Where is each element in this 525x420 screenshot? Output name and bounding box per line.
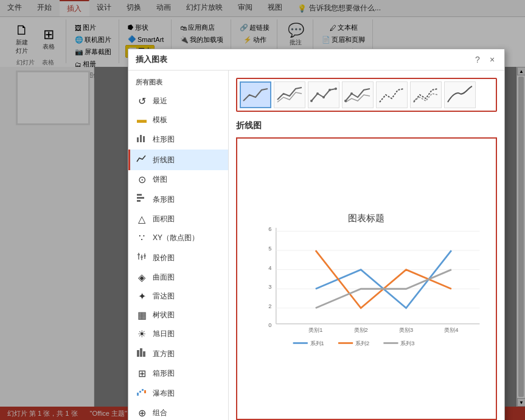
sidebar-item-recent[interactable]: ↺ 最近	[128, 92, 228, 111]
dialog-header: 插入图表 ? ×	[128, 49, 504, 71]
preview-chart: 图表标题 6 5 4 3 2 0	[242, 143, 491, 414]
svg-text:系列2: 系列2	[355, 340, 369, 346]
svg-text:3: 3	[268, 284, 271, 290]
chart-title: 图表标题	[349, 213, 385, 223]
sidebar-item-stock[interactable]: 股价图	[128, 247, 228, 268]
svg-text:4: 4	[268, 265, 271, 271]
chart-type-line4[interactable]	[342, 81, 374, 108]
dialog-body: 所有图表 ↺ 最近 ▬ 模板 柱形图	[128, 71, 504, 420]
sidebar-item-histogram[interactable]: 直方图	[128, 343, 228, 364]
surface-chart-icon: ◈	[136, 272, 148, 283]
sidebar-item-radar[interactable]: ✦ 雷达图	[128, 287, 228, 306]
sidebar-item-waterfall[interactable]: 瀑布图	[128, 383, 228, 404]
sidebar-item-sunburst[interactable]: ☀ 旭日图	[128, 325, 228, 343]
svg-point-23	[335, 88, 337, 90]
template-icon: ▬	[136, 114, 148, 125]
svg-text:2: 2	[268, 303, 271, 309]
sidebar-item-scatter[interactable]: ∵ XY（散点图）	[128, 229, 228, 247]
svg-rect-5	[137, 200, 141, 202]
svg-text:系列3: 系列3	[400, 340, 414, 346]
chart-type-line3[interactable]	[308, 81, 339, 108]
svg-rect-2	[143, 136, 145, 142]
svg-point-21	[322, 96, 325, 98]
chart-type-line6[interactable]	[410, 81, 442, 108]
treemap-chart-icon: ▦	[136, 309, 148, 321]
sidebar-item-column[interactable]: 柱形图	[128, 129, 228, 150]
dialog-overlay: 插入图表 ? × 所有图表 ↺ 最近 ▬ 模板	[0, 0, 525, 420]
sidebar-label: 所有图表	[128, 75, 228, 92]
svg-point-19	[310, 100, 313, 102]
waterfall-chart-icon	[136, 387, 148, 400]
area-chart-icon: △	[136, 213, 148, 225]
chart-type-row	[236, 78, 497, 112]
dialog-title: 插入图表	[136, 54, 167, 65]
svg-rect-18	[144, 390, 146, 393]
chart-type-line7[interactable]	[444, 81, 476, 108]
stock-chart-icon	[136, 251, 148, 264]
svg-point-20	[316, 92, 319, 95]
svg-rect-17	[142, 389, 144, 391]
chart-type-line1[interactable]	[240, 81, 271, 108]
insert-chart-dialog: 插入图表 ? × 所有图表 ↺ 最近 ▬ 模板	[128, 49, 505, 420]
svg-text:0: 0	[268, 322, 271, 328]
svg-rect-16	[139, 391, 141, 393]
svg-point-24	[344, 100, 347, 102]
svg-text:系列1: 系列1	[310, 340, 324, 346]
radar-chart-icon: ✦	[136, 291, 148, 302]
svg-point-22	[329, 89, 331, 91]
bar-chart-icon	[136, 193, 148, 206]
pie-chart-icon: ⊙	[136, 174, 148, 185]
svg-text:类别2: 类别2	[354, 327, 368, 333]
histogram-chart-icon	[136, 347, 148, 360]
combo-chart-icon: ⊕	[136, 407, 148, 419]
svg-rect-13	[140, 348, 142, 357]
svg-rect-3	[137, 194, 142, 196]
sidebar-item-template[interactable]: ▬ 模板	[128, 111, 228, 129]
sidebar-item-surface[interactable]: ◈ 曲面图	[128, 268, 228, 287]
svg-text:类别4: 类别4	[444, 327, 458, 333]
sidebar-item-pie[interactable]: ⊙ 饼图	[128, 170, 228, 189]
svg-point-25	[350, 92, 353, 95]
svg-text:5: 5	[268, 246, 271, 252]
sidebar-item-combo[interactable]: ⊕ 组合	[128, 404, 228, 420]
recent-icon: ↺	[136, 95, 148, 107]
sidebar-item-bar[interactable]: 条形图	[128, 189, 228, 210]
line-chart-icon	[136, 153, 148, 167]
svg-rect-15	[137, 393, 139, 396]
help-button[interactable]: ?	[473, 55, 482, 64]
svg-text:6: 6	[268, 226, 271, 232]
sidebar-item-treemap[interactable]: ▦ 树状图	[128, 306, 228, 325]
chart-type-line5[interactable]	[376, 81, 408, 108]
sunburst-chart-icon: ☀	[136, 328, 148, 340]
svg-rect-0	[137, 137, 139, 142]
scatter-chart-icon: ∵	[136, 232, 148, 244]
chart-type-line2[interactable]	[274, 81, 305, 108]
chart-preview-area: 图表标题 6 5 4 3 2 0	[236, 137, 497, 420]
chart-type-label: 折线图	[236, 120, 497, 131]
dialog-main: 折线图 图表标题 6 5 4 3 2	[229, 71, 504, 420]
close-button[interactable]: ×	[487, 55, 497, 64]
svg-rect-1	[140, 135, 142, 142]
dialog-sidebar: 所有图表 ↺ 最近 ▬ 模板 柱形图	[128, 71, 229, 420]
sidebar-item-box[interactable]: ⊞ 箱形图	[128, 364, 228, 383]
box-chart-icon: ⊞	[136, 368, 148, 379]
dialog-controls: ? ×	[473, 55, 497, 64]
column-chart-icon	[136, 133, 148, 146]
sidebar-item-line[interactable]: 折线图	[128, 150, 228, 170]
svg-rect-12	[137, 350, 139, 357]
svg-text:类别1: 类别1	[308, 327, 322, 333]
svg-rect-14	[143, 351, 145, 357]
svg-rect-4	[137, 197, 144, 199]
sidebar-item-area[interactable]: △ 面积图	[128, 210, 228, 229]
svg-text:类别3: 类别3	[399, 327, 413, 333]
